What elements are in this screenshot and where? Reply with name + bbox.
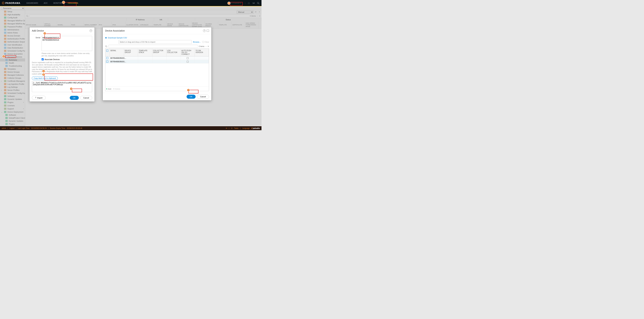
assoc-column-header[interactable]: LOG COLLECTOR [166,49,181,56]
browse-link[interactable]: Browse... [193,41,201,43]
sidebar-item-log-settings[interactable]: Log Settings [0,86,25,89]
select-all-checkbox[interactable] [106,50,108,52]
serial-input[interactable]: 007954000350313 007954000350314 [42,36,92,51]
export-icon[interactable]: ⇲▾ [252,2,255,4]
context-selector[interactable]: Panorama [1,7,24,10]
sidebar-item-software[interactable]: Software [0,113,25,116]
sidebar-item-scheduled-config-push[interactable]: Scheduled Config Push [0,49,25,52]
sidebar-item-device-groups[interactable]: Device Groups [0,71,25,74]
sidebar-item-device-deployment[interactable]: ⌄Device Deployment [0,110,25,113]
add-device-ok-button[interactable]: OK [70,96,79,100]
arrow-right-icon[interactable]: → [256,15,258,17]
sidebar-item-scheduled-config-export[interactable]: Scheduled Config Export [0,92,25,95]
assoc-table-row[interactable]: 00795400035031... [105,56,209,60]
row-checkbox[interactable] [106,61,108,63]
assoc-filter-input[interactable] [108,45,198,48]
assoc-column-header[interactable]: TEMPLATE STACK [138,49,152,56]
sidebar-item-licenses[interactable]: Licenses [0,104,25,107]
sidebar-item-access-domain[interactable]: Access Domain [0,34,25,37]
search-icon[interactable] [257,2,260,4]
assoc-column-header[interactable]: DEVICE GROUP [124,49,138,56]
logout-link[interactable]: Logout [10,127,14,129]
tree-toggle-icon[interactable]: › [1,89,3,91]
filter-input[interactable] [29,15,250,18]
column-header[interactable]: CERTIFICATE [232,21,245,28]
copy-auth-key-button[interactable]: Copy Auth Key to clipboard [32,76,58,80]
nav-tab-dashboard[interactable]: DASHBOARD [24,0,41,6]
help-icon[interactable]: ? [258,11,261,14]
window-icon[interactable]: ▢ [248,2,250,4]
tree-toggle-icon[interactable]: ⌄ [1,111,3,113]
sidebar-item-log-ingestion-profile[interactable]: Log Ingestion Profile [0,83,25,86]
sidebar-item-user-identification[interactable]: User Identification [0,43,25,46]
commit-button[interactable]: ⎘ Commit ▾ [230,1,243,5]
sidebar-item-templates[interactable]: Templates [0,68,25,71]
auto-push-checkbox[interactable] [187,61,188,63]
sidebar-item-dynamic-updates[interactable]: Dynamic Updates [0,98,25,101]
sidebar-item-plugins[interactable]: Plugins [0,123,25,126]
auth-key-display[interactable]: 2:-JnnQ_NHQ4OHJxTYSd61Ssw3V4sOxUlwuaRRXr… [32,81,92,92]
import-button[interactable]: ⇡Import [32,96,46,100]
sidebar-item-admin-roles[interactable]: Admin Roles [0,31,25,34]
sidebar-item-support[interactable]: Support• [0,107,25,110]
assoc-ok-button[interactable]: OK [186,95,196,99]
assoc-column-header[interactable]: COLLECTOR GROUP [152,49,166,56]
sidebar-item-summary[interactable]: Summary [0,58,25,61]
assoc-column-header[interactable]: SERIAL [110,49,124,56]
sidebar-item-icon [4,53,6,55]
assoc-delete-button[interactable]: ⊖Delete [113,88,120,90]
sidebar-item-server-profiles[interactable]: ›Server Profiles [0,89,25,92]
auth-key-help-text: Device registration auth key is required… [32,61,92,75]
row-checkbox[interactable] [106,57,108,59]
sidebar-item-managed-wildfire-clusters[interactable]: Managed WildFire Clusters [0,19,25,22]
download-sample-csv-link[interactable]: Download Sample CSV [108,37,127,39]
sidebar-item-authentication-sequence[interactable]: Authentication Sequence [0,40,25,43]
auto-push-checkbox[interactable] [187,57,188,59]
sidebar-item-high-availability[interactable]: High Availability [0,13,25,16]
assoc-column-header[interactable]: TO SW VERSION [195,49,209,56]
add-device-cancel-button[interactable]: Cancel [80,96,92,100]
mode-select[interactable]: Manual [237,11,254,14]
envelope-icon[interactable]: ✉ [226,127,227,129]
sidebar-item-collector-groups[interactable]: Collector Groups [0,77,25,80]
sidebar-item-dynamic-updates[interactable]: Dynamic Updates [0,120,25,123]
csv-import-input[interactable] [118,40,192,44]
svg-line-1 [259,4,259,4]
nav-tab-acc[interactable]: ACC [41,0,50,6]
associate-devices-checkbox[interactable] [42,58,44,60]
refresh-icon[interactable]: ⟳ [254,11,257,14]
sidebar-item-health[interactable]: Health [0,61,25,65]
sidebar-item-managed-wildfire-appliances[interactable]: Managed WildFire Appliances [0,22,25,25]
language-link[interactable]: Language [242,127,250,129]
sidebar-item-data-redistribution[interactable]: Data Redistribution [0,46,25,49]
help-icon[interactable]: ? [203,29,206,32]
sidebar[interactable]: SetupHigh AvailabilityConfig AuditManage… [0,10,25,126]
column-header[interactable]: TEMPLATE [218,21,232,28]
session-expire-label: Session Expire Time: [50,127,66,129]
sidebar-item-setup[interactable]: Setup [0,10,25,13]
column-header[interactable]: HIGH SPEED FORWARDING MODE [245,21,258,28]
sidebar-item-authentication-profile[interactable]: Authentication Profile [0,37,25,40]
sidebar-item-troubleshooting[interactable]: Troubleshooting [0,65,25,68]
sidebar-item-globalprotect-client[interactable]: GlobalProtect Client [0,116,25,120]
close-icon[interactable]: ✕ [208,45,209,48]
clear-button[interactable]: −Clear [202,41,209,43]
tree-toggle-icon[interactable]: › [1,80,3,82]
nav-tab-panorama[interactable]: PANORAMA [65,0,81,6]
sidebar-item-password-profiles[interactable]: Password Profiles [0,25,25,28]
sidebar-item-config-audit[interactable]: Config Audit [0,16,25,19]
assoc-column-header[interactable]: AUTO PUSH ON 1ST CONNECT [181,49,195,56]
sidebar-item-administrators[interactable]: Administrators [0,28,25,31]
window-icon[interactable] [207,30,209,32]
sidebar-item-managed-collectors[interactable]: Managed Collectors [0,74,25,77]
assoc-table-row[interactable]: 00795400035031... [105,60,209,64]
assoc-cancel-button[interactable]: Cancel [197,95,209,99]
assoc-add-button[interactable]: ⊕Add [106,88,111,90]
tasks-link[interactable]: Tasks [234,127,238,129]
sidebar-item-software[interactable]: Software [0,95,25,98]
arrow-right-icon[interactable]: → [205,45,207,47]
sidebar-item-plugins[interactable]: Plugins• [0,101,25,104]
help-icon[interactable]: ? [90,29,92,32]
close-icon[interactable]: ✕ [259,15,260,17]
sidebar-item-certificate-management[interactable]: ›Certificate Management [0,80,25,83]
